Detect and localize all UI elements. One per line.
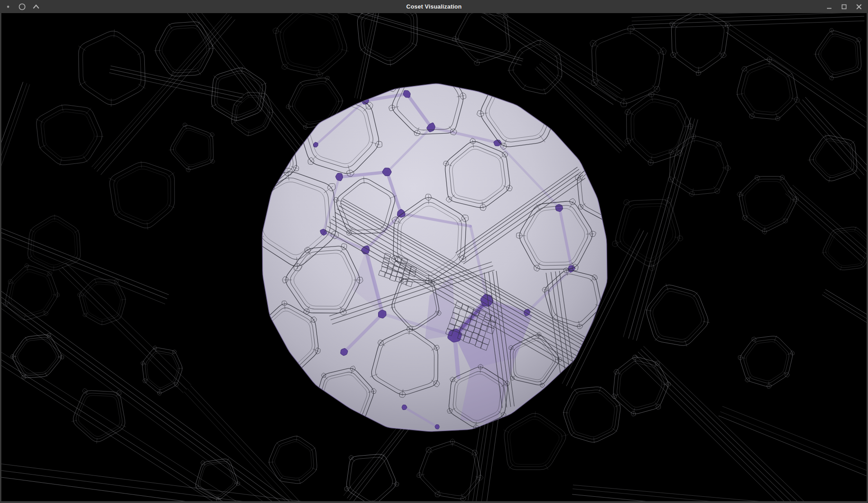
maximize-button[interactable] [839,1,850,12]
circle-icon[interactable] [17,2,27,12]
coset-visualization-canvas [0,13,868,503]
titlebar: Coset Visualization [0,0,868,13]
chevron-up-icon[interactable] [31,2,41,12]
close-button[interactable] [854,1,864,12]
titlebar-right-controls [824,1,868,12]
window-title: Coset Visualization [0,3,868,10]
minimize-button[interactable] [824,1,835,12]
dot-icon[interactable] [3,2,13,12]
app-window: Coset Visualization [0,0,868,503]
titlebar-left-controls [0,2,41,12]
viewport[interactable] [0,13,868,503]
